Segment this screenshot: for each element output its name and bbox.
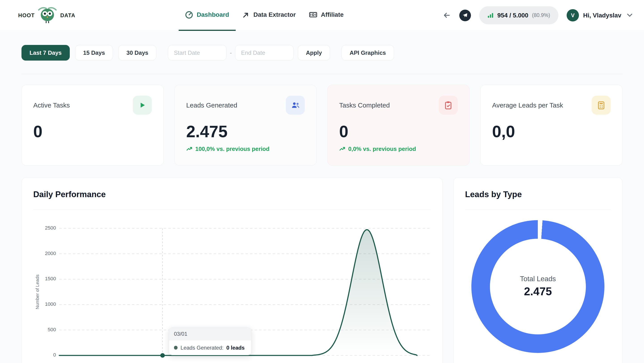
calculator-icon xyxy=(592,96,611,115)
daily-performance-title: Daily Performance xyxy=(33,190,431,199)
header-right-cluster: 954 / 5.000 (80.9%) V Hi, Vladyslav xyxy=(442,6,632,24)
filter-15-days-button[interactable]: 15 Days xyxy=(75,45,113,60)
stats-row: Active Tasks 0 Leads Generated 2.475 100… xyxy=(22,85,622,166)
date-range-separator: - xyxy=(230,50,232,56)
leads-by-type-card: Leads by Type Total Leads 2.475 xyxy=(453,177,622,363)
filter-bar: Last 7 Days 15 Days 30 Days - Apply API … xyxy=(22,45,622,60)
stat-label: Leads Generated xyxy=(186,101,237,109)
trending-up-icon xyxy=(186,147,192,151)
y-tick-label: 2500 xyxy=(45,225,56,231)
trend-text: 0,0% vs. previous period xyxy=(348,146,416,152)
trend-text: 100,0% vs. previous period xyxy=(195,146,270,152)
app-header: HOOT DATA Dashboard xyxy=(0,0,644,31)
nav-label-data-extractor: Data Extractor xyxy=(253,11,296,18)
charts-row: Daily Performance Number of Leads 050010… xyxy=(22,177,622,363)
leads-by-type-title: Leads by Type xyxy=(465,190,611,199)
chevron-down-icon xyxy=(627,13,632,17)
donut-center-value: 2.475 xyxy=(524,285,552,298)
card-divider xyxy=(465,209,611,209)
stat-card-leads-generated: Leads Generated 2.475 100,0% vs. previou… xyxy=(174,85,317,166)
usage-percent: (80.9%) xyxy=(532,12,550,18)
stat-value: 2.475 xyxy=(186,123,305,140)
tooltip-date: 03/01 xyxy=(169,328,251,341)
stat-card-average-leads: Average Leads per Task 0,0 xyxy=(480,85,622,166)
user-menu[interactable]: V Hi, Vladyslav xyxy=(567,9,632,21)
y-tick-label: 2000 xyxy=(45,251,56,256)
section-divider xyxy=(22,74,622,74)
main-nav: Dashboard Data Extractor Affiliate xyxy=(179,0,350,31)
telegram-icon[interactable] xyxy=(459,9,471,21)
tooltip-series-dot xyxy=(174,346,178,350)
stat-value: 0 xyxy=(33,123,152,140)
daily-performance-chart: Number of Leads 05001000150020002500 03/… xyxy=(33,222,431,363)
tab-data-extractor[interactable]: Data Extractor xyxy=(236,0,302,31)
avatar: V xyxy=(567,9,579,21)
stat-label: Active Tasks xyxy=(33,101,70,109)
stat-label: Tasks Completed xyxy=(339,101,390,109)
api-graphics-button[interactable]: API Graphics xyxy=(342,45,394,60)
y-tick-label: 1000 xyxy=(45,301,56,307)
tooltip-series-value: 0 leads xyxy=(226,345,244,351)
nav-label-dashboard: Dashboard xyxy=(197,11,229,18)
tab-affiliate[interactable]: Affiliate xyxy=(302,0,350,31)
donut-center-label: Total Leads xyxy=(520,275,556,283)
chart-tooltip: 03/01 Leads Generated: 0 leads xyxy=(169,328,251,355)
stat-value: 0 xyxy=(339,123,458,140)
nav-label-affiliate: Affiliate xyxy=(321,11,344,18)
y-tick-label: 0 xyxy=(53,352,56,358)
start-date-input[interactable] xyxy=(168,45,226,60)
trend-indicator: 0,0% vs. previous period xyxy=(339,146,458,152)
usage-credits-pill[interactable]: 954 / 5.000 (80.9%) xyxy=(479,6,558,24)
donut-ring: Total Leads 2.475 xyxy=(471,220,604,353)
stat-card-active-tasks: Active Tasks 0 xyxy=(22,85,164,166)
usage-count: 954 / 5.000 xyxy=(497,12,528,19)
card-divider xyxy=(33,209,431,209)
stat-card-tasks-completed: Tasks Completed 0 0,0% vs. previous peri… xyxy=(327,85,470,166)
filter-30-days-button[interactable]: 30 Days xyxy=(118,45,156,60)
users-icon xyxy=(286,96,305,115)
tab-dashboard[interactable]: Dashboard xyxy=(179,0,236,31)
tooltip-series-label: Leads Generated: xyxy=(180,345,224,351)
filter-last-7-days-button[interactable]: Last 7 Days xyxy=(22,45,70,60)
end-date-input[interactable] xyxy=(235,45,294,60)
daily-performance-card: Daily Performance Number of Leads 050010… xyxy=(22,177,442,363)
dashboard-icon xyxy=(185,11,193,19)
y-axis-ticks: 05001000150020002500 xyxy=(33,222,56,362)
trend-indicator: 100,0% vs. previous period xyxy=(186,146,305,152)
back-arrow-icon[interactable] xyxy=(442,11,451,20)
banknote-icon xyxy=(309,12,317,18)
user-greeting: Hi, Vladyslav xyxy=(583,12,622,19)
brand-word-right: DATA xyxy=(60,12,75,18)
clipboard-icon xyxy=(439,96,458,115)
stat-value: 0,0 xyxy=(492,123,611,140)
y-tick-label: 500 xyxy=(48,327,56,333)
apply-button[interactable]: Apply xyxy=(298,45,330,60)
brand-word-left: HOOT xyxy=(18,12,35,18)
trending-up-icon xyxy=(339,147,346,151)
credits-signal-icon xyxy=(488,12,494,18)
owl-mascot-icon xyxy=(36,6,58,25)
brand-logo[interactable]: HOOT DATA xyxy=(18,6,75,25)
play-icon xyxy=(133,96,152,115)
stat-label: Average Leads per Task xyxy=(492,101,563,109)
extract-arrow-icon xyxy=(242,11,250,18)
y-tick-label: 1500 xyxy=(45,276,56,282)
